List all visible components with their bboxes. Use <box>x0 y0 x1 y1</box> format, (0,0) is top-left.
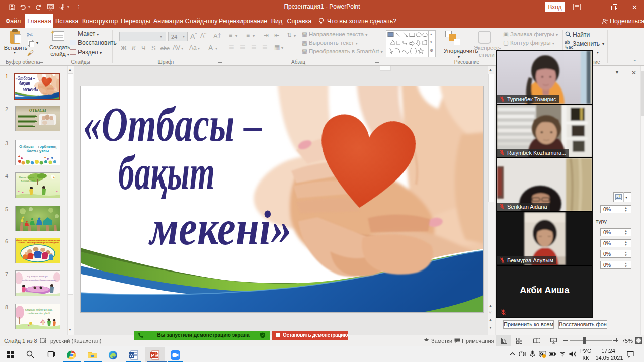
svg-text:ОТБАСЫ: ОТБАСЫ <box>29 108 46 113</box>
svg-text:Құрлы бересің: Құрлы бересің <box>19 176 35 178</box>
svg-text:Отбасы – бала тәрбиесінің алға: Отбасы – бала тәрбиесінің алғашқы ұясы <box>17 241 59 244</box>
svg-text:P: P <box>151 353 154 358</box>
svg-text:отбасымыздың бақыттылығы: отбасымыздың бақыттылығы <box>22 279 56 281</box>
svg-text:W: W <box>129 353 134 358</box>
svg-text:Отанын сүйген ұл-қыз,: Отанын сүйген ұл-қыз, <box>25 308 53 311</box>
svg-text:Ең жақсы әдемі үй —: Ең жақсы әдемі үй — <box>27 275 51 278</box>
svg-text:мекені»: мекені» <box>148 201 292 255</box>
svg-text:басты ұясы: басты ұясы <box>27 149 49 153</box>
svg-text:Отбасы – тәрбиенің: Отбасы – тәрбиенің <box>19 144 57 149</box>
svg-text:бақыт: бақыт <box>118 146 215 200</box>
svg-text:«Отбасы –: «Отбасы – <box>83 98 262 151</box>
svg-text:Құндыз екеуі: Құндыз екеуі <box>20 179 35 182</box>
svg-text:отбасын да сүйеді: отбасын да сүйеді <box>28 312 50 315</box>
